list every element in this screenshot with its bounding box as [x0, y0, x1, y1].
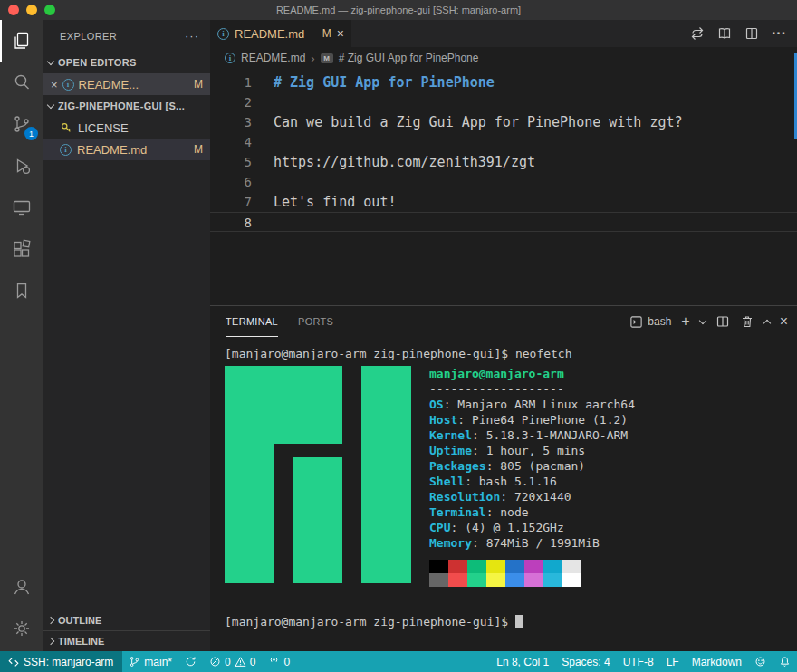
open-changes-icon[interactable] — [690, 26, 705, 41]
activity-search[interactable] — [0, 62, 43, 103]
editor-line-6[interactable]: 6 — [210, 172, 797, 192]
terminal-prompt-line: [manjaro@manjaro-arm zig-pinephone-gui]$ — [225, 614, 797, 629]
close-panel-icon[interactable]: × — [780, 313, 788, 330]
breadcrumb-file[interactable]: README.md — [241, 52, 305, 64]
feedback-button[interactable] — [748, 651, 773, 672]
activity-bar: 1 — [0, 20, 43, 651]
activity-settings[interactable] — [0, 608, 43, 649]
editor-pane[interactable]: 1# Zig GUI App for PinePhone23Can we bui… — [210, 69, 797, 305]
new-terminal-icon[interactable]: + — [681, 313, 689, 330]
split-editor-icon[interactable] — [744, 26, 759, 41]
language-indicator[interactable]: Markdown — [686, 651, 748, 672]
tab-readme[interactable]: i README.md M × — [210, 20, 351, 47]
kill-terminal-icon[interactable] — [740, 314, 754, 329]
line-number: 5 — [210, 152, 252, 172]
neofetch-title: manjaro@manjaro-arm — [429, 366, 635, 381]
close-window-button[interactable] — [8, 5, 19, 15]
section-outline[interactable]: OUTLINE — [43, 610, 210, 630]
chevron-down-icon — [47, 57, 54, 64]
minimize-window-button[interactable] — [26, 5, 37, 15]
editor-line-4[interactable]: 4 — [210, 132, 797, 152]
sidebar-title: EXPLORER — [60, 31, 117, 42]
sidebar-explorer: EXPLORER ··· OPEN EDITORS × i README... … — [43, 20, 210, 651]
line-col-indicator[interactable]: Ln 8, Col 1 — [490, 651, 555, 672]
terminal-profile-icon — [629, 315, 643, 329]
close-tab-icon[interactable]: × — [337, 27, 344, 40]
status-bar: SSH: manjaro-arm main* 0 0 — [0, 651, 797, 672]
close-icon[interactable]: × — [51, 79, 58, 91]
activity-remote-explorer[interactable] — [0, 187, 43, 228]
palette-swatch — [448, 573, 467, 587]
neofetch-field: Uptime: 1 hour, 5 mins — [429, 443, 635, 458]
titlebar: README.md — zig-pinephone-gui [SSH: manj… — [0, 0, 797, 20]
activity-account[interactable] — [0, 566, 43, 608]
line-text — [252, 132, 274, 152]
terminal-color-palette — [429, 560, 635, 573]
file-label: README.md — [77, 143, 147, 157]
eol-indicator[interactable]: LF — [660, 651, 686, 672]
editor-line-3[interactable]: 3Can we build a Zig Gui App for PinePhon… — [210, 112, 797, 132]
terminal-cursor — [515, 615, 523, 628]
ports-indicator[interactable]: 0 — [262, 651, 296, 672]
activity-bookmarks[interactable] — [0, 270, 43, 312]
neofetch-divider: ------------------- — [429, 381, 635, 397]
editor-line-8[interactable]: 8 — [210, 212, 797, 232]
file-license[interactable]: LICENSE — [43, 117, 210, 139]
notifications-button[interactable] — [773, 651, 797, 672]
git-branch-icon — [129, 656, 140, 667]
open-preview-icon[interactable] — [717, 26, 732, 41]
activity-source-control[interactable]: 1 — [0, 103, 43, 145]
file-readme[interactable]: i README.md M — [43, 139, 210, 160]
palette-swatch — [524, 560, 543, 573]
indentation-indicator[interactable]: Spaces: 4 — [555, 651, 616, 672]
split-terminal-icon[interactable] — [715, 314, 730, 329]
shell-selector[interactable]: bash — [629, 315, 671, 329]
section-workspace[interactable]: ZIG-PINEPHONE-GUI [S... — [43, 95, 210, 117]
open-editor-readme[interactable]: × i README... M — [43, 73, 210, 95]
info-icon: i — [60, 144, 72, 156]
neofetch-field: OS: Manjaro ARM Linux aarch64 — [429, 397, 635, 412]
activity-run-debug[interactable] — [0, 145, 43, 187]
remote-icon — [7, 656, 20, 668]
tab-ports[interactable]: PORTS — [298, 306, 333, 337]
bookmark-icon — [11, 280, 33, 302]
chevron-down-icon[interactable] — [698, 316, 706, 323]
git-modified-badge: M — [322, 27, 331, 40]
breadcrumb-separator: › — [311, 52, 314, 65]
more-actions-icon[interactable]: ··· — [772, 25, 786, 42]
editor-line-5[interactable]: 5https://github.com/zenith391/zgt — [210, 152, 797, 172]
problems-indicator[interactable]: 0 0 — [203, 651, 262, 672]
maximize-window-button[interactable] — [44, 5, 55, 15]
neofetch-field: Shell: bash 5.1.16 — [429, 474, 635, 489]
editor-line-2[interactable]: 2 — [210, 92, 797, 112]
files-icon — [11, 30, 33, 52]
chevron-right-icon — [47, 617, 54, 624]
terminal-output[interactable]: [manjaro@manjaro-arm zig-pinephone-gui]$… — [210, 337, 797, 651]
explorer-more-actions-icon[interactable]: ··· — [185, 29, 199, 43]
palette-swatch — [524, 573, 543, 587]
sync-icon — [185, 656, 197, 667]
shell-label: bash — [648, 315, 671, 328]
breadcrumb: i README.md › M # Zig GUI App for PinePh… — [210, 47, 797, 69]
sync-button[interactable] — [178, 651, 203, 672]
activity-explorer[interactable] — [0, 20, 43, 62]
remote-indicator[interactable]: SSH: manjaro-arm — [0, 651, 122, 672]
terminal-command-line: [manjaro@manjaro-arm zig-pinephone-gui]$… — [225, 346, 797, 361]
window-controls — [8, 0, 55, 20]
chevron-down-icon — [47, 101, 54, 108]
editor-line-7[interactable]: 7Let's find out! — [210, 192, 797, 212]
line-text: Can we build a Zig Gui App for PinePhone… — [252, 112, 683, 132]
breadcrumb-symbol[interactable]: # Zig GUI App for PinePhone — [339, 52, 479, 64]
manjaro-logo — [225, 366, 411, 583]
branch-indicator[interactable]: main* — [122, 651, 178, 672]
maximize-panel-icon[interactable] — [763, 319, 770, 326]
section-timeline[interactable]: TIMELINE — [43, 630, 210, 651]
encoding-indicator[interactable]: UTF-8 — [617, 651, 660, 672]
palette-swatch — [543, 560, 562, 573]
markdown-symbol-icon: M — [321, 53, 333, 63]
palette-swatch — [448, 560, 467, 573]
activity-extensions[interactable] — [0, 228, 43, 270]
section-open-editors[interactable]: OPEN EDITORS — [43, 52, 210, 73]
tab-terminal[interactable]: TERMINAL — [226, 306, 278, 337]
editor-line-1[interactable]: 1# Zig GUI App for PinePhone — [210, 72, 797, 92]
